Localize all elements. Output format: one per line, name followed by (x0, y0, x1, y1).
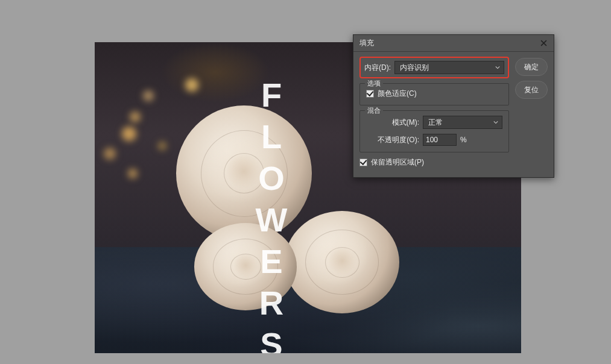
bokeh-light (185, 78, 198, 92)
text-letter: F (261, 78, 282, 112)
blend-legend: 混合 (365, 106, 383, 115)
text-letter: E (260, 245, 282, 278)
mode-label: 模式(M): (366, 118, 419, 128)
bokeh-light (122, 127, 136, 141)
close-icon (540, 40, 547, 46)
ok-button[interactable]: 确定 (515, 58, 548, 76)
bokeh-light (130, 111, 141, 122)
options-legend: 选项 (365, 79, 383, 88)
color-adapt-checkbox[interactable] (366, 90, 374, 98)
close-button[interactable] (538, 38, 549, 49)
text-letter: O (258, 162, 285, 195)
dialog-right: 确定 复位 (515, 57, 548, 169)
preserve-transparency-label: 保留透明区域(P) (371, 157, 424, 168)
preserve-transparency-row: 保留透明区域(P) (359, 157, 509, 168)
content-value: 内容识别 (400, 63, 429, 73)
dialog-body: 内容(D): 内容识别 选项 颜色适应(C) 混合 模式(M): 正 (353, 52, 554, 177)
chevron-down-icon (495, 65, 500, 70)
opacity-row: 不透明度(O): 100 % (366, 134, 502, 146)
reset-button[interactable]: 复位 (515, 81, 548, 99)
bokeh-light (158, 142, 166, 150)
bokeh-light (104, 148, 116, 160)
mode-row: 模式(M): 正常 (366, 116, 502, 129)
text-letter: S (260, 328, 282, 353)
opacity-label: 不透明度(O): (366, 135, 419, 145)
dialog-titlebar[interactable]: 填充 (353, 35, 554, 52)
content-dropdown[interactable]: 内容识别 (394, 61, 504, 74)
text-letter: R (259, 286, 283, 320)
text-letter: L (261, 120, 282, 154)
bokeh-light (128, 169, 138, 178)
blend-fieldset: 混合 模式(M): 正常 不透明度(O): 100 % (359, 110, 509, 152)
opacity-value: 100 (426, 136, 438, 144)
text-letter: W (256, 203, 288, 237)
selected-text-flowers[interactable]: F L O W E R S (250, 78, 293, 353)
options-fieldset: 选项 颜色适应(C) (359, 83, 509, 105)
color-adapt-row: 颜色适应(C) (366, 89, 502, 99)
mode-dropdown[interactable]: 正常 (423, 116, 502, 129)
mode-value: 正常 (428, 118, 443, 128)
content-label: 内容(D): (364, 63, 391, 73)
color-adapt-label: 颜色适应(C) (378, 89, 417, 99)
rose-image (285, 211, 399, 313)
opacity-unit: % (460, 136, 467, 144)
preserve-transparency-checkbox[interactable] (359, 158, 367, 166)
chevron-down-icon (493, 120, 498, 125)
opacity-input[interactable]: 100 (423, 134, 457, 146)
dialog-left: 内容(D): 内容识别 选项 颜色适应(C) 混合 模式(M): 正 (359, 57, 509, 169)
bokeh-light (143, 90, 154, 101)
dialog-title: 填充 (359, 38, 374, 48)
content-row-highlighted: 内容(D): 内容识别 (359, 57, 509, 78)
fill-dialog: 填充 内容(D): 内容识别 选项 颜色适应(C) 混合 (353, 34, 554, 178)
